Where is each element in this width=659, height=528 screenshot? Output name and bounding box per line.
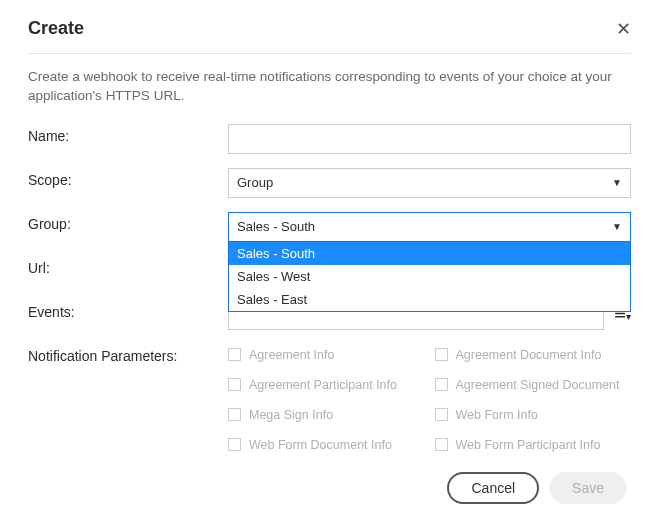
param-web-form-info[interactable]: Web Form Info (435, 408, 632, 422)
dialog-description: Create a webhook to receive real-time no… (28, 68, 631, 106)
checkbox-icon (435, 348, 448, 361)
scope-label: Scope: (28, 168, 228, 188)
dialog-title: Create (28, 18, 84, 39)
param-mega-sign-info[interactable]: Mega Sign Info (228, 408, 425, 422)
params-label: Notification Parameters: (28, 344, 228, 364)
checkbox-icon (228, 438, 241, 451)
url-label: Url: (28, 256, 228, 276)
group-select[interactable]: Sales - South ▼ (228, 212, 631, 242)
cancel-button[interactable]: Cancel (447, 472, 539, 504)
create-webhook-dialog: Create ✕ Create a webhook to receive rea… (0, 0, 659, 528)
param-agreement-document-info[interactable]: Agreement Document Info (435, 348, 632, 362)
save-button: Save (549, 472, 627, 504)
close-icon[interactable]: ✕ (616, 20, 631, 38)
checkbox-icon (228, 348, 241, 361)
scope-select[interactable]: Group ▼ (228, 168, 631, 198)
checkbox-icon (435, 378, 448, 391)
chevron-down-icon: ▼ (612, 177, 622, 188)
chevron-down-icon: ▼ (612, 221, 622, 232)
group-option-sales-west[interactable]: Sales - West (229, 265, 630, 288)
group-option-sales-south[interactable]: Sales - South (229, 242, 630, 265)
dialog-footer: Cancel Save (28, 472, 631, 504)
scope-value: Group (237, 175, 273, 190)
group-dropdown: Sales - South Sales - West Sales - East (228, 241, 631, 312)
checkbox-icon (435, 438, 448, 451)
param-agreement-signed-document[interactable]: Agreement Signed Document (435, 378, 632, 392)
dialog-header: Create ✕ (28, 18, 631, 54)
name-label: Name: (28, 124, 228, 144)
events-label: Events: (28, 300, 228, 320)
param-web-form-participant-info[interactable]: Web Form Participant Info (435, 438, 632, 452)
param-agreement-participant-info[interactable]: Agreement Participant Info (228, 378, 425, 392)
param-agreement-info[interactable]: Agreement Info (228, 348, 425, 362)
checkbox-icon (228, 378, 241, 391)
params-grid: Agreement Info Agreement Document Info A… (228, 344, 631, 452)
name-input[interactable] (228, 124, 631, 154)
group-option-sales-east[interactable]: Sales - East (229, 288, 630, 311)
group-label: Group: (28, 212, 228, 232)
checkbox-icon (435, 408, 448, 421)
group-value: Sales - South (237, 219, 315, 234)
checkbox-icon (228, 408, 241, 421)
param-web-form-document-info[interactable]: Web Form Document Info (228, 438, 425, 452)
